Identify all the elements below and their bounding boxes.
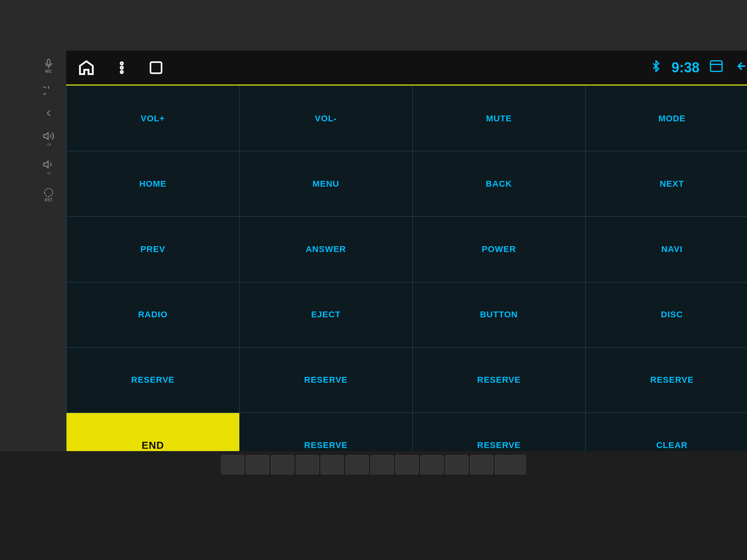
svg-rect-0 <box>47 59 50 65</box>
bottom-bar <box>0 451 747 560</box>
svg-marker-2 <box>44 133 48 140</box>
keyboard-key[interactable] <box>395 455 419 474</box>
back-key-button[interactable]: BACK <box>413 151 586 217</box>
radio-button[interactable]: RADIO <box>67 282 240 348</box>
reserve-4-button[interactable]: RESERVE <box>586 348 747 413</box>
next-button[interactable]: NEXT <box>586 151 747 217</box>
svg-point-4 <box>121 62 123 64</box>
keyboard-key[interactable] <box>221 455 244 474</box>
keyboard-key[interactable] <box>445 455 468 474</box>
power-key-button[interactable]: POWER <box>413 217 586 282</box>
disc-button[interactable]: DISC <box>586 282 747 348</box>
window-icon[interactable] <box>709 59 723 76</box>
menu-button[interactable]: MENU <box>240 151 413 217</box>
reserve-2-button[interactable]: RESERVE <box>240 348 413 413</box>
navi-button[interactable]: NAVI <box>586 217 747 282</box>
svg-marker-3 <box>44 161 48 168</box>
mute-button[interactable]: MUTE <box>413 86 586 151</box>
clock-display: 9:38 <box>672 60 700 76</box>
keyboard-key[interactable] <box>470 455 493 474</box>
left-sidebar: MIC ◁+ ◁- <box>35 51 62 202</box>
nav-left <box>78 59 650 76</box>
menu-dots-button[interactable] <box>114 60 129 75</box>
power-button[interactable] <box>43 85 54 96</box>
svg-point-6 <box>121 70 123 73</box>
screen-area: 9:38 <box>66 51 747 478</box>
top-nav-bar: 9:38 <box>66 51 747 86</box>
keyboard-key[interactable] <box>271 455 294 474</box>
home-button[interactable]: HOME <box>67 151 240 217</box>
reserve-3-button[interactable]: RESERVE <box>413 348 586 413</box>
answer-button[interactable]: ANSWER <box>240 217 413 282</box>
keyboard-key[interactable] <box>345 455 369 474</box>
mic-button[interactable]: MIC <box>43 58 54 74</box>
keyboard-area <box>140 455 607 474</box>
keyboard-key[interactable] <box>246 455 269 474</box>
vol-plus-button[interactable]: VOL+ <box>67 86 240 151</box>
top-physical-bar <box>0 0 747 47</box>
svg-point-5 <box>121 66 123 68</box>
recent-apps-button[interactable] <box>149 60 163 75</box>
eject-button[interactable]: EJECT <box>240 282 413 348</box>
keyboard-key[interactable] <box>370 455 394 474</box>
volume-up-button[interactable]: ◁+ <box>43 130 54 147</box>
reserve-1-button[interactable]: RESERVE <box>67 348 240 413</box>
home-nav-button[interactable] <box>78 59 95 76</box>
nav-right: 9:38 <box>650 59 747 76</box>
control-grid: VOL+ VOL- MUTE MODE HOME MENU <box>66 86 747 478</box>
rst-button[interactable]: RST <box>43 187 54 202</box>
svg-rect-7 <box>151 62 162 73</box>
keyboard-key[interactable] <box>420 455 444 474</box>
back-button[interactable] <box>43 108 54 119</box>
prev-button[interactable]: PREV <box>67 217 240 282</box>
nav-back-button[interactable] <box>733 59 747 76</box>
keyboard-key[interactable] <box>495 455 526 474</box>
keyboard-key[interactable] <box>296 455 319 474</box>
mode-button[interactable]: MODE <box>586 86 747 151</box>
button-key-button[interactable]: BUTTON <box>413 282 586 348</box>
vol-minus-button[interactable]: VOL- <box>240 86 413 151</box>
keyboard-key[interactable] <box>321 455 344 474</box>
svg-rect-8 <box>710 61 722 72</box>
volume-down-button[interactable]: ◁- <box>43 159 54 175</box>
device-frame: MIC ◁+ ◁- <box>0 0 747 560</box>
bluetooth-icon <box>650 60 662 75</box>
